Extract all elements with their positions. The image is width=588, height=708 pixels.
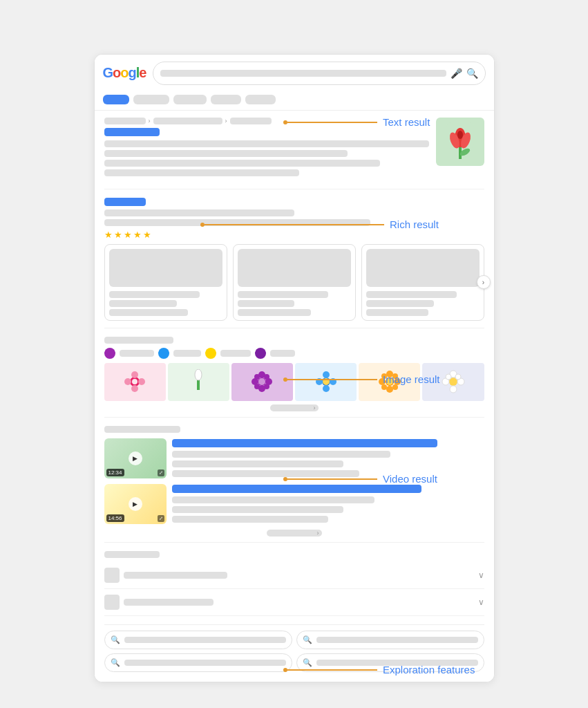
image-section-divider — [104, 417, 484, 418]
mic-icon[interactable]: 🎤 — [451, 68, 462, 79]
result-desc-1 — [104, 140, 429, 147]
filter-pill-1[interactable] — [120, 350, 154, 357]
filter-maps[interactable] — [245, 95, 276, 104]
video-thumb-1[interactable]: ▶ 12:34 ⤢ — [104, 438, 167, 478]
image-filter-row — [104, 348, 484, 359]
filter-news[interactable] — [211, 95, 241, 104]
video-thumb-2[interactable]: ▶ 14:56 ⤢ — [104, 484, 167, 524]
svg-point-8 — [131, 371, 138, 378]
filter-icon-4[interactable] — [255, 348, 266, 359]
text-result-block: › › — [104, 118, 484, 182]
search-icon[interactable]: 🔍 — [466, 68, 478, 79]
video-duration-1: 12:34 — [106, 469, 124, 476]
search-bar-area: Google 🎤 🔍 — [95, 55, 494, 91]
video-desc-2c — [172, 516, 328, 523]
video-info-1 — [172, 439, 484, 477]
search-input-box[interactable]: 🎤 🔍 — [153, 62, 485, 85]
faq-chevron-1: ∨ — [478, 570, 484, 580]
breadcrumb-2 — [153, 118, 222, 124]
rich-desc-1 — [104, 209, 294, 216]
explore-item-2[interactable]: 🔍 — [296, 631, 484, 649]
video-duration-2: 14:56 — [106, 514, 124, 522]
filter-pill-2[interactable] — [173, 350, 201, 357]
filter-all[interactable] — [103, 95, 129, 104]
breadcrumb-3 — [230, 118, 272, 124]
svg-point-47 — [455, 374, 461, 380]
flower-thumb-2[interactable] — [168, 363, 229, 401]
more-pill[interactable]: › — [270, 404, 319, 411]
svg-point-23 — [264, 384, 269, 389]
breadcrumb-chevron-2: › — [225, 118, 227, 124]
filter-images[interactable] — [133, 95, 169, 104]
flower-thumb-5[interactable] — [359, 363, 420, 401]
phone-mockup: Google 🎤 🔍 — [94, 54, 495, 682]
explore-search-icon-2: 🔍 — [303, 635, 312, 644]
svg-point-21 — [264, 374, 269, 380]
logo-o1: o — [113, 65, 120, 80]
svg-point-20 — [254, 374, 260, 380]
flower-thumb-6[interactable] — [422, 363, 484, 401]
rich-card-img-2 — [238, 249, 351, 287]
star-2: ★ — [114, 230, 122, 240]
svg-point-32 — [386, 371, 393, 378]
breadcrumb-chevron-1: › — [149, 118, 151, 124]
flowers-row — [104, 363, 484, 401]
search-bar-fill — [160, 70, 446, 77]
video-more-pill[interactable]: › — [267, 530, 322, 537]
flower-thumb-1[interactable] — [104, 363, 166, 401]
svg-point-6 — [457, 131, 463, 139]
filter-icon-1[interactable] — [104, 348, 115, 359]
rich-card-1[interactable] — [104, 244, 227, 321]
explore-search-icon-3: 🔍 — [111, 658, 120, 667]
rich-card-text-2c — [238, 309, 312, 316]
filter-icon-3[interactable] — [205, 348, 216, 359]
video-expand-1[interactable]: ⤢ — [158, 469, 164, 476]
result-desc-3 — [104, 160, 381, 167]
video-expand-2[interactable]: ⤢ — [158, 515, 164, 522]
rich-card-text-1c — [109, 309, 189, 316]
explore-item-1[interactable]: 🔍 — [104, 631, 292, 649]
explore-item-4[interactable]: 🔍 — [296, 653, 484, 672]
explore-search-icon-1: 🔍 — [111, 635, 120, 644]
tulip-svg — [443, 121, 477, 162]
logo-g: G — [103, 65, 113, 80]
explore-search-icon-4: 🔍 — [303, 658, 312, 667]
next-button[interactable]: › — [477, 275, 491, 289]
video-item-1: ▶ 12:34 ⤢ — [104, 438, 484, 478]
svg-point-27 — [323, 385, 330, 392]
rich-card-img-1 — [109, 249, 222, 287]
svg-point-14 — [195, 369, 202, 380]
play-btn-1[interactable]: ▶ — [129, 451, 142, 465]
flower-thumb-3[interactable] — [231, 363, 293, 401]
faq-item-2[interactable]: ∨ — [104, 589, 484, 616]
svg-point-9 — [131, 385, 138, 392]
svg-point-28 — [316, 378, 323, 385]
filter-pill-4[interactable] — [270, 350, 295, 357]
filter-icon-2[interactable] — [158, 348, 169, 359]
image-result-section: › — [104, 337, 484, 418]
rich-desc-2 — [104, 219, 370, 226]
faq-icon-2 — [104, 595, 120, 610]
result-desc-4 — [104, 169, 299, 176]
faq-item-1[interactable]: ∨ — [104, 562, 484, 589]
svg-point-30 — [323, 378, 330, 385]
play-btn-2[interactable]: ▶ — [129, 497, 142, 511]
video-desc-2b — [172, 506, 344, 513]
rich-card-2[interactable] — [233, 244, 356, 321]
explore-text-3 — [124, 660, 286, 666]
filter-pill-3[interactable] — [220, 350, 251, 357]
rich-card-3[interactable]: › — [361, 244, 484, 321]
star-4: ★ — [133, 230, 142, 240]
breadcrumb-row: › › — [104, 118, 429, 124]
svg-point-12 — [132, 379, 137, 384]
filter-videos[interactable] — [173, 95, 207, 104]
explore-item-3[interactable]: 🔍 — [104, 653, 292, 672]
google-logo: Google — [103, 65, 146, 81]
flower-thumb-4[interactable] — [295, 363, 357, 401]
svg-point-36 — [381, 373, 387, 379]
video-title-1 — [172, 439, 437, 447]
logo-o2: o — [120, 65, 128, 80]
explore-text-2 — [316, 637, 478, 643]
svg-point-29 — [330, 378, 336, 385]
logo-g2: g — [129, 65, 136, 80]
